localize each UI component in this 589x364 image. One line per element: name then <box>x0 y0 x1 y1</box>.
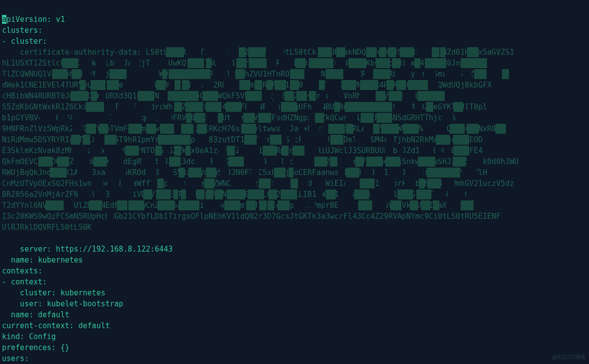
cert-line: TlZCQWNUQ1Vaa3phV3BwYm1jeEREQUtCZ05WQkFv… <box>2 70 478 79</box>
yaml-line: preferences: {} <box>2 343 69 352</box>
watermark: @51CTO博客 <box>552 354 586 361</box>
cert-line: CnMzUTVpOExSQ2FHs1wnVg5esX88caWffl1jpfFX… <box>2 179 514 188</box>
yaml-line: apiVersion: v1 <box>2 15 65 24</box>
yaml-line: name: kubernetes <box>2 256 83 265</box>
yaml-line: contexts: <box>2 267 42 275</box>
yaml-line: name: default <box>2 310 69 319</box>
cert-line: T2dYYnl6NVZVQ2kzUlZRdGNEdFVXaWJwCnZnaM5a… <box>2 201 447 210</box>
cert-line: BRZ056a2VnMjArZFNpdjVpR3lkWPIiVDHV1KME5T… <box>2 190 478 199</box>
cursor: a <box>2 15 6 24</box>
yaml-line: - context: <box>2 277 47 286</box>
yaml-line: current-context: default <box>2 321 110 330</box>
cert-line: cHBibWN4RURBT0JnTlZCQWNURXd3Q1hvTVNBRkFW… <box>2 91 442 100</box>
yaml-line: users: <box>2 354 29 363</box>
yaml-line: server: https://192.168.8.122:6443 <box>2 245 173 254</box>
cert-line: UlRJRklDQVRFLS0tLS0K <box>2 223 92 232</box>
terminal-output: apiVersion: v1 clusters: - cluster: cert… <box>0 0 589 364</box>
cert-line: hL1USXT1ZStlckTFdXwfWOpLb1pJaHZjTkFRRUwK… <box>2 59 460 68</box>
cert-line: RWUjBqQkJnd0ZVK1AibG3xa10td5KROd3p3erdSV… <box>2 168 487 177</box>
cert-line: S5ZdKbGNtWxkR1Z6CkijdzZnMTlakFOQmdrcWhra… <box>2 102 487 111</box>
yaml-line: clusters: <box>2 26 42 35</box>
yaml-line: - cluster: <box>2 37 47 46</box>
yaml-line: certificate-authority-data: LS0tLS1CRUdJ… <box>2 48 514 57</box>
cert-line: QkFmOEVCQU1DQVFZd0VnWURWUFUdEgRWRCtlJJBz… <box>2 157 519 166</box>
yaml-line: user: kubelet-bootstrap <box>2 299 123 308</box>
cert-line: dWek1CNE1EVEl4TURVeU9UQTRNemz3cm2vWERUST… <box>2 81 491 90</box>
yaml-line: cluster: kubernetes <box>2 288 105 297</box>
cert-line: 9HNFRnZlVz5WpRk2eFl6bYdpTVmFdUom8rwCh11y… <box>2 124 505 133</box>
yaml-line: kind: Config <box>2 332 56 341</box>
cert-line: E3SklmKzNvak8zMHDZpzYnxkKcr0VQrNTOd6zG2W… <box>2 146 483 155</box>
certificate-data-block: certificate-authority-data: LS0tLS1CRUdJ… <box>2 47 587 233</box>
cert-line: NiRdMmw5DSYRYRIgdTViXkWFR5T9hR1pmYrcnTJN… <box>2 135 483 144</box>
cert-line: I3c20KWS9wQzFCSmN5RUpHcDBGb21CYbfLDbITir… <box>2 212 500 221</box>
cert-line: b1pGYVBVcTJzbtV4pVNRdWHmZTlFeWpqduUBROFR… <box>2 113 465 122</box>
